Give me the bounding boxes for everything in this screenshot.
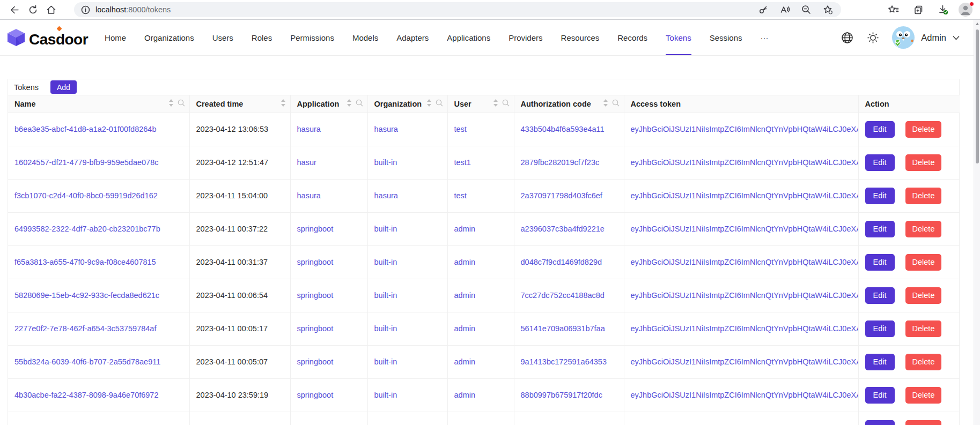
edit-button[interactable]: Edit bbox=[865, 354, 895, 370]
organization-link[interactable]: built-in bbox=[374, 258, 397, 266]
user-link[interactable]: admin bbox=[454, 225, 476, 233]
column-header-code[interactable]: Authorization code bbox=[514, 95, 624, 113]
search-icon[interactable] bbox=[436, 99, 443, 108]
application-link[interactable]: springboot bbox=[297, 324, 334, 333]
nav-item-providers[interactable]: Providers bbox=[499, 20, 551, 55]
favorite-add-icon[interactable] bbox=[820, 2, 836, 18]
scrollbar-thumb[interactable] bbox=[976, 29, 979, 163]
info-icon[interactable] bbox=[79, 2, 91, 18]
authorization-code-link[interactable]: 88b0997b675917f20fdc bbox=[521, 391, 602, 399]
access-token-link[interactable]: eyJhbGciOiJSUzI1NiIsImtpZCI6ImNlcnQtYnVp… bbox=[631, 158, 859, 167]
organization-link[interactable]: built-in bbox=[374, 225, 397, 233]
delete-button[interactable]: Delete bbox=[905, 221, 942, 237]
search-icon[interactable] bbox=[502, 99, 510, 108]
search-icon[interactable] bbox=[356, 99, 363, 108]
sorter-icon[interactable] bbox=[168, 99, 174, 108]
access-token-link[interactable]: eyJhbGciOiJSUzI1NiIsImtpZCI6ImNlcnQtYnVp… bbox=[631, 391, 859, 399]
authorization-code-link[interactable]: 2879fbc282019cf7f23c bbox=[521, 158, 600, 167]
token-name-link[interactable]: 4b30acbe-fa22-4387-8098-9a46e70f6972 bbox=[14, 391, 158, 399]
organization-link[interactable]: built-in bbox=[374, 158, 397, 167]
nav-item-applications[interactable]: Applications bbox=[438, 20, 499, 55]
column-header-name[interactable]: Name bbox=[8, 95, 189, 113]
authorization-code-link[interactable]: 2a370971798d403fc6ef bbox=[521, 191, 602, 200]
sorter-icon[interactable] bbox=[426, 99, 432, 108]
token-name-link[interactable]: 55bd324a-6039-40f6-b707-2a55d78ae911 bbox=[14, 357, 160, 366]
access-token-link[interactable]: eyJhbGciOiJSUzI1NiIsImtpZCI6ImNlcnQtYnVp… bbox=[631, 191, 859, 200]
application-link[interactable]: hasura bbox=[297, 191, 321, 200]
organization-link[interactable]: built-in bbox=[374, 357, 397, 366]
sorter-icon[interactable] bbox=[493, 99, 498, 108]
download-icon[interactable] bbox=[934, 2, 952, 18]
casdoor-logo[interactable]: Casdoor bbox=[6, 28, 88, 47]
delete-button[interactable]: Delete bbox=[905, 188, 942, 204]
access-token-link[interactable]: eyJhbGciOiJSUzI1NiIsImtpZCI6ImNlcnQtYnVp… bbox=[631, 125, 859, 133]
search-icon[interactable] bbox=[178, 99, 185, 108]
application-link[interactable]: springboot bbox=[297, 391, 334, 399]
delete-button[interactable]: Delete bbox=[905, 320, 942, 337]
authorization-code-link[interactable]: 56141e709a06931b7faa bbox=[521, 324, 605, 333]
edit-button[interactable]: Edit bbox=[865, 254, 895, 271]
theme-sun-icon[interactable] bbox=[866, 31, 879, 44]
delete-button[interactable]: Delete bbox=[905, 354, 942, 370]
column-header-created_time[interactable]: Created time bbox=[189, 95, 290, 113]
application-link[interactable]: hasur bbox=[297, 158, 316, 167]
user-link[interactable]: test bbox=[454, 125, 467, 133]
sorter-icon[interactable] bbox=[281, 99, 286, 108]
zoom-out-icon[interactable] bbox=[798, 2, 814, 18]
authorization-code-link[interactable]: d048c7f9cd1469fd829d bbox=[521, 258, 602, 266]
token-name-link[interactable]: 2277e0f2-7e78-462f-a654-3c53759784af bbox=[14, 324, 156, 333]
application-link[interactable]: springboot bbox=[297, 225, 334, 233]
nav-item-permissions[interactable]: Permissions bbox=[281, 20, 343, 55]
sorter-icon[interactable] bbox=[347, 99, 352, 108]
nav-item-resources[interactable]: Resources bbox=[552, 20, 609, 55]
user-link[interactable]: test1 bbox=[454, 158, 471, 167]
authorization-code-link[interactable]: a2396037c3ba4fd9221e bbox=[521, 225, 605, 233]
access-token-link[interactable]: eyJhbGciOiJSUzI1NiIsImtpZCI6ImNlcnQtYnVp… bbox=[631, 357, 859, 366]
refresh-icon[interactable] bbox=[24, 2, 42, 18]
nav-item-users[interactable]: Users bbox=[203, 20, 242, 55]
nav-item-records[interactable]: Records bbox=[608, 20, 657, 55]
edit-button[interactable]: Edit bbox=[865, 121, 895, 138]
nav-item-sessions[interactable]: Sessions bbox=[701, 20, 751, 55]
token-name-link[interactable]: f3cb1070-c2d4-40f0-8bc0-59919d26d162 bbox=[14, 191, 158, 200]
edit-button[interactable]: Edit bbox=[865, 287, 895, 304]
application-link[interactable]: hasura bbox=[297, 125, 321, 133]
organization-link[interactable]: built-in bbox=[374, 324, 397, 333]
back-icon[interactable] bbox=[5, 2, 24, 18]
user-link[interactable]: admin bbox=[454, 324, 476, 333]
nav-item-roles[interactable]: Roles bbox=[242, 20, 281, 55]
add-button[interactable]: Add bbox=[50, 80, 77, 94]
application-link[interactable]: springboot bbox=[297, 357, 334, 366]
scrollbar-up-arrow[interactable] bbox=[976, 23, 979, 25]
token-name-link[interactable]: 5828069e-15eb-4c92-933c-fecda8ed621c bbox=[14, 291, 159, 300]
edit-button[interactable]: Edit bbox=[865, 420, 895, 425]
nav-item-[interactable]: ··· bbox=[751, 20, 778, 55]
access-token-link[interactable]: eyJhbGciOiJSUzI1NiIsImtpZCI6ImNlcnQtYnVp… bbox=[631, 225, 859, 233]
organization-link[interactable]: hasura bbox=[374, 191, 398, 200]
delete-button[interactable]: Delete bbox=[905, 287, 942, 304]
user-menu[interactable]: Admin bbox=[892, 26, 960, 49]
organization-link[interactable]: built-in bbox=[374, 291, 397, 300]
home-icon[interactable] bbox=[42, 2, 60, 18]
edit-button[interactable]: Edit bbox=[865, 154, 895, 171]
user-link[interactable]: admin bbox=[454, 291, 476, 300]
column-header-organization[interactable]: Organization bbox=[367, 95, 447, 113]
column-header-application[interactable]: Application bbox=[290, 95, 367, 113]
delete-button[interactable]: Delete bbox=[905, 420, 942, 425]
address-bar[interactable]: localhost:8000/tokens bbox=[74, 2, 841, 17]
delete-button[interactable]: Delete bbox=[905, 254, 942, 271]
nav-item-organizations[interactable]: Organizations bbox=[135, 20, 203, 55]
user-link[interactable]: admin bbox=[454, 357, 476, 366]
access-token-link[interactable]: eyJhbGciOiJSUzI1NiIsImtpZCI6ImNlcnQtYnVp… bbox=[631, 291, 859, 300]
delete-button[interactable]: Delete bbox=[905, 387, 942, 404]
edit-button[interactable]: Edit bbox=[865, 320, 895, 337]
application-link[interactable]: springboot bbox=[297, 258, 334, 266]
token-name-link[interactable]: b6ea3e35-abcf-41d8-a1a2-01f00fd8264b bbox=[14, 125, 156, 133]
language-globe-icon[interactable] bbox=[841, 31, 853, 44]
sorter-icon[interactable] bbox=[603, 99, 608, 108]
token-name-link[interactable]: 64993582-2322-4df7-ab20-cb23201bc77b bbox=[14, 225, 160, 233]
token-name-link[interactable]: f65a3813-a655-47f0-9c9a-f08ce4607815 bbox=[14, 258, 156, 266]
browser-profile-avatar[interactable] bbox=[959, 3, 972, 17]
key-icon[interactable] bbox=[755, 2, 771, 18]
collections-icon[interactable] bbox=[909, 2, 927, 18]
